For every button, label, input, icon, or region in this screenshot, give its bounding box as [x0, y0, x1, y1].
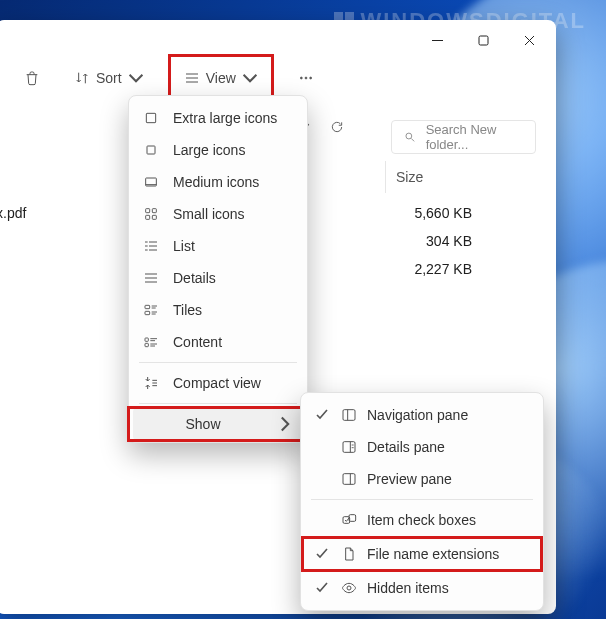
check-icon — [316, 409, 328, 421]
menu-label: File name extensions — [367, 546, 499, 562]
svg-rect-21 — [343, 410, 355, 421]
check-icon — [316, 582, 328, 594]
large-icons-icon — [143, 142, 159, 158]
list-icon — [143, 238, 159, 254]
menu-large-icons[interactable]: Large icons — [133, 134, 303, 166]
menu-tiles[interactable]: Tiles — [133, 294, 303, 326]
ellipsis-icon — [298, 70, 314, 86]
details-icon — [143, 270, 159, 286]
svg-point-7 — [406, 133, 412, 139]
cell-name: x.pdf — [0, 205, 44, 221]
menu-label: Navigation pane — [367, 407, 468, 423]
delete-button[interactable] — [16, 66, 48, 90]
view-label: View — [206, 70, 236, 86]
svg-rect-18 — [145, 311, 150, 314]
svg-rect-9 — [146, 113, 155, 122]
cell-size: 5,660 KB — [352, 205, 502, 221]
navigation-pane-icon — [341, 407, 357, 423]
svg-rect-1 — [479, 36, 488, 45]
menu-label: Small icons — [173, 206, 245, 222]
menu-label: Hidden items — [367, 580, 449, 596]
menu-label: Details — [173, 270, 216, 286]
menu-extra-large-icons[interactable]: Extra large icons — [133, 102, 303, 134]
submenu-hidden-items[interactable]: Hidden items — [305, 572, 539, 604]
menu-medium-icons[interactable]: Medium icons — [133, 166, 303, 198]
extra-large-icons-icon — [143, 110, 159, 126]
maximize-button[interactable] — [460, 22, 506, 58]
svg-rect-20 — [145, 343, 148, 346]
hidden-items-icon — [341, 580, 357, 596]
svg-line-8 — [411, 138, 414, 141]
check-icon — [316, 548, 328, 560]
view-button-highlight: View — [170, 56, 272, 100]
menu-label: Extra large icons — [173, 110, 277, 126]
chevron-right-icon — [277, 416, 293, 432]
chevron-down-icon — [242, 70, 258, 86]
svg-rect-23 — [343, 442, 355, 453]
menu-separator — [139, 362, 297, 363]
svg-rect-25 — [343, 474, 355, 485]
menu-compact-view[interactable]: Compact view — [133, 367, 303, 399]
menu-label: Content — [173, 334, 222, 350]
menu-show[interactable]: Show — [133, 408, 303, 440]
svg-point-6 — [309, 77, 311, 79]
menu-label: Item check boxes — [367, 512, 476, 528]
titlebar — [0, 20, 556, 60]
chevron-down-icon — [128, 70, 144, 86]
toolbar: Sort View — [0, 60, 556, 96]
menu-content[interactable]: Content — [133, 326, 303, 358]
menu-label: List — [173, 238, 195, 254]
svg-rect-13 — [146, 209, 150, 213]
medium-icons-icon — [143, 174, 159, 190]
svg-rect-10 — [147, 146, 155, 154]
submenu-item-check-boxes[interactable]: Item check boxes — [305, 504, 539, 536]
svg-rect-16 — [152, 215, 156, 219]
menu-separator — [311, 499, 533, 500]
submenu-details-pane[interactable]: Details pane — [305, 431, 539, 463]
trash-icon — [24, 70, 40, 86]
sort-icon — [74, 70, 90, 86]
menu-label: Preview pane — [367, 471, 452, 487]
menu-label: Medium icons — [173, 174, 259, 190]
submenu-preview-pane[interactable]: Preview pane — [305, 463, 539, 495]
search-placeholder: Search New folder... — [426, 122, 523, 152]
menu-show-highlight: Show — [129, 408, 307, 440]
svg-rect-17 — [145, 305, 150, 308]
refresh-icon — [330, 120, 344, 134]
menu-separator — [139, 403, 297, 404]
svg-point-29 — [347, 586, 351, 590]
sort-label: Sort — [96, 70, 122, 86]
submenu-file-name-extensions[interactable]: File name extensions — [305, 538, 539, 570]
menu-details[interactable]: Details — [133, 262, 303, 294]
see-more-button[interactable] — [290, 66, 322, 90]
svg-point-4 — [300, 77, 302, 79]
menu-label: Tiles — [173, 302, 202, 318]
menu-label: Details pane — [367, 439, 445, 455]
preview-pane-icon — [341, 471, 357, 487]
menu-label: Show — [143, 416, 263, 432]
sort-button[interactable]: Sort — [66, 66, 152, 90]
view-icon — [184, 70, 200, 86]
minimize-button[interactable] — [414, 22, 460, 58]
submenu-navigation-pane[interactable]: Navigation pane — [305, 399, 539, 431]
compact-view-icon — [143, 375, 159, 391]
small-icons-icon — [143, 206, 159, 222]
check-boxes-icon — [341, 512, 357, 528]
view-menu: Extra large icons Large icons Medium ico… — [128, 95, 308, 443]
search-input[interactable]: Search New folder... — [391, 120, 536, 154]
svg-point-5 — [305, 77, 307, 79]
refresh-button[interactable] — [330, 120, 344, 137]
details-pane-icon — [341, 439, 357, 455]
cell-size: 2,227 KB — [352, 261, 502, 277]
close-button[interactable] — [506, 22, 552, 58]
submenu-file-name-extensions-highlight: File name extensions — [303, 538, 541, 570]
col-size[interactable]: Size — [386, 161, 516, 193]
menu-small-icons[interactable]: Small icons — [133, 198, 303, 230]
view-button[interactable]: View — [176, 66, 266, 90]
menu-label: Compact view — [173, 375, 261, 391]
svg-rect-15 — [146, 215, 150, 219]
svg-rect-14 — [152, 209, 156, 213]
menu-list[interactable]: List — [133, 230, 303, 262]
menu-label: Large icons — [173, 142, 245, 158]
file-extensions-icon — [341, 546, 357, 562]
